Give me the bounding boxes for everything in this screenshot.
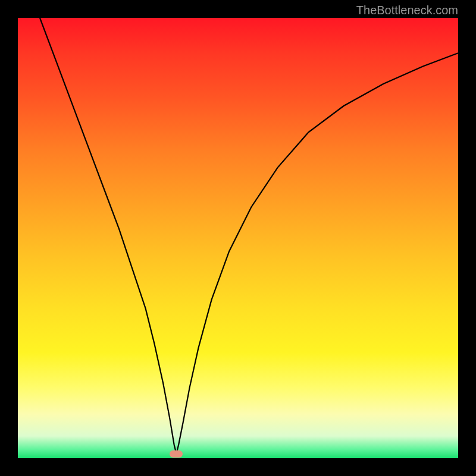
chart-plot-area [18, 18, 458, 458]
watermark-text: TheBottleneck.com [356, 4, 458, 17]
bottleneck-curve [18, 18, 458, 458]
minimum-marker [170, 450, 183, 458]
